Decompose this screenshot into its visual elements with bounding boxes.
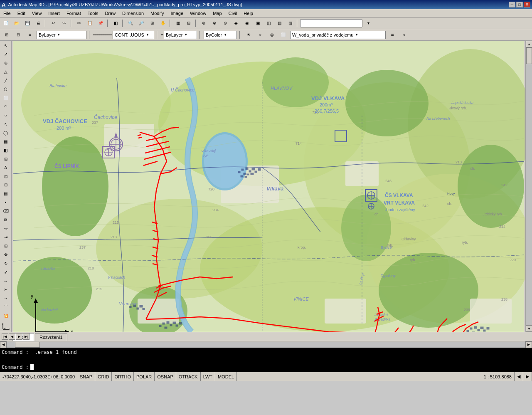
tb-undo[interactable]: ↩ [48,19,58,28]
tool-ellipse[interactable]: ◯ [1,128,10,137]
close-button[interactable]: ✕ [524,2,530,7]
menu-dimension[interactable]: Dimension [119,9,147,17]
tab-layout1[interactable]: Rozvržení1 [35,333,67,341]
tool-arc[interactable]: ◠ [1,103,10,111]
tb-open[interactable]: 📂 [12,19,22,28]
color-dropdown[interactable]: ByColor ▼ [204,31,237,39]
tb-layer-state3[interactable]: ≡ [25,30,35,40]
tb-paste[interactable]: 📌 [96,19,106,28]
tb-cut[interactable]: ✂ [74,19,84,28]
tb-map8[interactable]: ▧ [274,19,284,28]
tb-map7[interactable]: ◫ [264,19,273,28]
tool-text[interactable]: A [1,163,10,172]
scroll-thumb-h[interactable] [15,342,40,348]
menu-format[interactable]: Format [63,9,84,17]
tab-nav-next[interactable]: ▶ [16,333,22,340]
tb-map3[interactable]: ⊙ [220,19,230,28]
scroll-up-button[interactable]: ▲ [526,41,532,47]
tool-stretch[interactable]: ↔ [1,277,10,285]
menu-civil[interactable]: Civil [225,9,241,17]
tb-redo[interactable]: ↪ [59,19,69,28]
minimize-button[interactable]: ─ [509,2,515,7]
tb-plot[interactable]: 🖨 [33,19,43,28]
tab-nav-prev[interactable]: ◀ [9,333,15,340]
tb-map9[interactable]: ▨ [285,19,295,28]
tab-nav-first[interactable]: |◀ [2,333,8,340]
tb-copy[interactable]: 📋 [85,19,95,28]
tb-layer-state2[interactable]: ⊟ [13,30,23,40]
tb-map1[interactable]: ⊕ [199,19,209,28]
menu-file[interactable]: File [0,9,14,17]
tb-layer-state1[interactable]: ⊞ [2,30,12,40]
tool-select[interactable]: ↖ [1,42,10,50]
menu-modify[interactable]: Modify [147,9,167,17]
tool-rotate[interactable]: ↻ [1,259,10,267]
osnap-toggle[interactable]: OSNAP [155,372,176,381]
tb-search[interactable]: ▾ [363,19,373,28]
scroll-left-button[interactable]: ◀ [0,341,7,348]
polar-toggle[interactable]: POLAR [134,372,155,381]
tool-array[interactable]: ⊞ [1,242,10,250]
tool-scale[interactable]: ⤢ [1,268,10,276]
current-layer-dropdown[interactable]: W_voda_privaděč z vodojemu ▼ [290,31,386,39]
menu-map[interactable]: Map [209,9,225,17]
tool-circle[interactable]: ○ [1,111,10,120]
tool-table[interactable]: ⊞ [1,155,10,163]
tb-pan[interactable]: ✋ [158,19,168,28]
otrack-toggle[interactable]: OTRACK [176,372,201,381]
tool-move[interactable]: ✥ [1,251,10,259]
tool-trim[interactable]: ✂ [1,285,10,294]
grid-toggle[interactable]: GRID [95,372,112,381]
tool-spline[interactable]: ∿ [1,120,10,128]
scroll-down-button[interactable]: ▼ [526,325,532,332]
tool-erase[interactable]: ⌫ [1,207,10,215]
statusbar-arrow-right[interactable]: ▶ [523,372,532,381]
tb-layer[interactable]: ▦ [173,19,183,28]
tb-layerstate[interactable]: ⊟ [184,19,194,28]
tb-map5[interactable]: ◉ [242,19,252,28]
snap-toggle[interactable]: SNAP [77,372,95,381]
tb-matchprop[interactable]: ◧ [111,19,121,28]
tb-layer-icon1[interactable]: ☀ [244,30,254,40]
tb-zoom-realtime[interactable]: 🔍 [126,19,135,28]
menu-window[interactable]: Window [187,9,209,17]
tool-poly[interactable]: ⬡ [1,85,10,94]
scroll-thumb-v[interactable] [526,47,532,64]
tool-gradient[interactable]: ▤ [1,190,10,198]
tab-nav-last[interactable]: ▶| [23,333,30,340]
tb-map6[interactable]: ▣ [253,19,263,28]
lineweight-dropdown[interactable]: ByLayer ▼ [164,31,197,39]
tb-save[interactable]: 💾 [22,19,32,28]
menu-draw[interactable]: Draw [101,9,119,17]
scroll-right-button[interactable]: ▶ [525,341,532,348]
tb-map4[interactable]: ◈ [231,19,241,28]
tool-select2[interactable]: ↗ [1,50,10,59]
tool-insert[interactable]: ⊡ [1,172,10,180]
statusbar-arrow-left[interactable]: ◀ [515,372,523,381]
tool-line[interactable]: ╱ [1,77,10,85]
model-toggle[interactable]: MODEL [215,372,237,381]
command-prompt-line[interactable]: Command : [2,363,530,371]
tool-extend[interactable]: → [1,294,10,302]
menu-view[interactable]: View [29,9,45,17]
tool-measure[interactable]: △ [1,68,10,76]
tool-snap[interactable]: ⊕ [1,59,10,67]
tool-offset[interactable]: ⇥ [1,233,10,242]
menu-image[interactable]: Image [167,9,187,17]
tool-hatch[interactable]: ▦ [1,137,10,146]
tb-layer-icon2[interactable]: ○ [255,30,265,40]
scroll-track-h[interactable] [7,342,525,348]
scroll-track-v[interactable] [526,47,532,325]
tb-new[interactable]: 📄 [1,19,11,28]
menu-tools[interactable]: Tools [84,9,102,17]
tb-layer-icon5[interactable]: ≋ [387,30,397,40]
maximize-button[interactable]: □ [516,2,523,7]
tool-attdef[interactable]: ⊟ [1,181,10,189]
ortho-toggle[interactable]: ORTHO [112,372,134,381]
tb-zoom-window[interactable]: ⊞ [147,19,157,28]
map-canvas[interactable]: 720 714 237 218 215 237 244 242 242 204 … [12,41,525,332]
tool-mirror[interactable]: ⇔ [1,225,10,233]
tool-point[interactable]: • [1,198,10,207]
tb-map2[interactable]: ⊗ [209,19,219,28]
tool-copy2[interactable]: ⧉ [1,216,10,224]
